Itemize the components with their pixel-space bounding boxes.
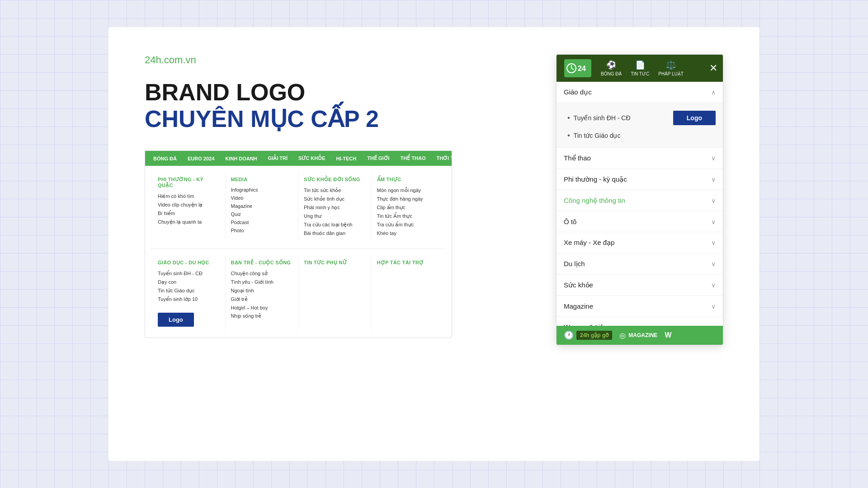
- mobile-item-dulich-label: Du lịch: [564, 260, 585, 268]
- footer-magazine[interactable]: ◎ MAGAZINE: [619, 331, 657, 340]
- link-tintucgd[interactable]: Tin tức Giáo dục: [158, 286, 220, 295]
- close-button[interactable]: ✕: [709, 62, 717, 74]
- chevron-down-icon6: ∨: [711, 260, 716, 267]
- mobile-header: 24 ⚽ BÓNG ĐÁ 📄 TIN TỨC ⚖️ PHÁP LUẬT ✕: [557, 55, 723, 82]
- link-quiz[interactable]: Quiz: [231, 210, 293, 218]
- mobile-item-oto[interactable]: Ô tô ∨: [557, 211, 723, 232]
- nav-giairi[interactable]: GIẢI TRÍ: [263, 151, 293, 166]
- link-chuyencongso[interactable]: Chuyện công sở: [231, 269, 293, 278]
- chevron-down-icon4: ∨: [711, 218, 716, 225]
- link-infographics[interactable]: Infographics: [231, 186, 293, 194]
- link-monngon[interactable]: Món ngon mỗi ngày: [377, 186, 439, 195]
- mobile-item-xemay[interactable]: Xe máy - Xe đạp ∨: [557, 232, 723, 253]
- nav-bongda[interactable]: BÓNG ĐÁ: [148, 151, 182, 166]
- clock-icon: 🕐: [564, 330, 574, 340]
- main-container: 24h.com.vn BRAND LOGO CHUYÊN MỤC CẤP 2 B…: [108, 27, 760, 461]
- bullet-icon: •: [567, 114, 570, 122]
- link-baithuoc[interactable]: Bài thuốc dân gian: [304, 229, 366, 238]
- link-photo[interactable]: Photo: [231, 226, 293, 235]
- mobile-item-congnghe[interactable]: Công nghệ thông tin ∨: [557, 190, 723, 211]
- expanded-link-tintucgd-label: Tin tức Giáo dục: [574, 132, 621, 139]
- mobile-nav-bongda-label: BÓNG ĐÁ: [601, 71, 622, 76]
- mobile-nav-icons: ⚽ BÓNG ĐÁ 📄 TIN TỨC ⚖️ PHÁP LUẬT: [601, 60, 702, 76]
- link-tuyensinhDH[interactable]: Tuyển sinh ĐH - CĐ: [158, 269, 220, 278]
- nav-suckhoe[interactable]: SỨC KHỎE: [293, 151, 331, 166]
- link-clipat[interactable]: Clip ẩm thực: [377, 203, 439, 212]
- nav-hitech[interactable]: HI-TECH: [331, 151, 362, 166]
- mobile-footer: 🕐 24h gặp gỡ ◎ MAGAZINE W: [557, 326, 723, 345]
- footer-magazine-label: MAGAZINE: [628, 332, 657, 338]
- mobile-item-women[interactable]: Women & Life: [557, 317, 723, 326]
- footer-gapgo[interactable]: 🕐 24h gặp gỡ: [564, 330, 612, 340]
- mobile-item-suckhoe[interactable]: Sức khỏe ∨: [557, 275, 723, 296]
- chevron-up-icon: ∧: [711, 89, 716, 96]
- mobile-item-giaoduc[interactable]: Giáo dục ∧: [557, 82, 723, 103]
- link-magazine[interactable]: Magazine: [231, 202, 293, 210]
- mobile-menu: 24 ⚽ BÓNG ĐÁ 📄 TIN TỨC ⚖️ PHÁP LUẬT ✕: [556, 54, 723, 345]
- link-thucdon[interactable]: Thực đơn hàng ngày: [377, 195, 439, 203]
- link-tinhyeu[interactable]: Tình yêu - Giới tính: [231, 278, 293, 286]
- link-tracuuam[interactable]: Tra cứu ẩm thực: [377, 221, 439, 229]
- section-title-media: MEDIA: [231, 177, 293, 182]
- logo-btn-mobile[interactable]: Logo: [673, 111, 716, 125]
- mobile-item-magazine[interactable]: Magazine ∨: [557, 296, 723, 317]
- mobile-item-congnghe-label: Công nghệ thông tin: [564, 197, 625, 205]
- section-giaoduc: GIÁO DỤC - DU HỌC Tuyển sinh ĐH - CĐ Dạy…: [152, 256, 226, 330]
- footer-gapgo-label: 24h gặp gỡ: [576, 331, 612, 340]
- link-tuyensinhlop10[interactable]: Tuyển sinh lớp 10: [158, 295, 220, 304]
- link-bihiem[interactable]: Bí hiểm: [158, 209, 220, 218]
- link-hiem[interactable]: Hiếm có khó tìm: [158, 192, 220, 201]
- mobile-item-suckhoe-label: Sức khỏe: [564, 281, 593, 289]
- section-phithuong: PHI THƯỜNG - KỲ QUẶC Hiếm có khó tìm Vid…: [152, 173, 226, 241]
- chevron-down-icon3: ∨: [711, 197, 716, 204]
- footer-w[interactable]: W: [665, 331, 671, 339]
- section-phunu: TIN TỨC PHỤ NỮ: [298, 256, 372, 330]
- mobile-nav-tintuc[interactable]: 📄 TIN TỨC: [631, 60, 649, 76]
- mobile-nav-phapluat[interactable]: ⚖️ PHÁP LUẬT: [658, 60, 684, 76]
- link-video2[interactable]: Video: [231, 194, 293, 202]
- chevron-down-icon2: ∨: [711, 176, 716, 183]
- link-tintucam[interactable]: Tin tức Ẩm thực: [377, 212, 439, 221]
- nav-thegioi[interactable]: THẾ GIỚI: [362, 151, 395, 166]
- link-ungthư[interactable]: Ung thư: [304, 212, 366, 221]
- mobile-item-giaoduc-label: Giáo dục: [564, 88, 592, 96]
- mobile-item-thethao[interactable]: Thể thao ∨: [557, 148, 723, 169]
- link-tintucsk[interactable]: Tin tức sức khỏe: [304, 186, 366, 195]
- link-daycon[interactable]: Dạy con: [158, 278, 220, 286]
- nav-thoitrang[interactable]: THỜI TRANG: [431, 151, 452, 166]
- link-podcast[interactable]: Podcast: [231, 218, 293, 226]
- nav-bar: BÓNG ĐÁ EURO 2024 KINH DOANH GIẢI TRÍ SỨ…: [145, 151, 452, 166]
- mobile-menu-list: Giáo dục ∧ • Tuyển sinh ĐH - CĐ Logo • T…: [557, 82, 723, 326]
- chevron-down-icon5: ∨: [711, 239, 716, 246]
- mobile-item-phithuong-label: Phi thường - kỳ quặc: [564, 175, 627, 183]
- news-icon: 📄: [635, 60, 645, 70]
- section-suckhoe: SỨC KHỎE ĐỜI SỐNG Tin tức sức khỏe Sức k…: [298, 173, 372, 241]
- mobile-item-magazine-label: Magazine: [564, 302, 593, 310]
- link-kheotay[interactable]: Khéo tay: [377, 229, 439, 237]
- link-video[interactable]: Video clip chuyện lạ: [158, 201, 220, 209]
- nav-thethao[interactable]: THỂ THAO: [395, 151, 431, 166]
- nav-euro[interactable]: EURO 2024: [182, 151, 220, 166]
- link-nhipsong[interactable]: Nhịp sống trẻ: [231, 312, 293, 320]
- mobile-item-phithuong[interactable]: Phi thường - kỳ quặc ∨: [557, 169, 723, 190]
- law-icon: ⚖️: [666, 60, 676, 70]
- mobile-nav-bongda[interactable]: ⚽ BÓNG ĐÁ: [601, 60, 622, 76]
- link-chuyenla[interactable]: Chuyện lạ quanh ta: [158, 218, 220, 226]
- section-bantre: BẠN TRẺ - CUỘC SỐNG Chuyện công sở Tình …: [226, 256, 299, 330]
- link-gioistre[interactable]: Giới trẻ: [231, 295, 293, 304]
- desktop-menu: BÓNG ĐÁ EURO 2024 KINH DOANH GIẢI TRÍ SỨ…: [145, 150, 452, 338]
- expanded-link-tintucgd[interactable]: • Tin tức Giáo dục: [567, 128, 716, 143]
- link-hotgirl[interactable]: Hotgirl – Hot boy: [231, 304, 293, 312]
- link-phathminh[interactable]: Phát minh y học: [304, 203, 366, 212]
- footer-w-label: W: [665, 331, 671, 339]
- mobile-item-dulich[interactable]: Du lịch ∨: [557, 253, 723, 275]
- chevron-down-icon: ∨: [711, 155, 716, 162]
- link-tracuu[interactable]: Tra cứu các loại bệnh: [304, 221, 366, 229]
- link-sktinhd[interactable]: Sức khỏe tinh dục: [304, 195, 366, 203]
- expanded-link-tuyensinh[interactable]: • Tuyển sinh ĐH - CĐ Logo: [567, 108, 716, 128]
- link-ngoaitinh[interactable]: Ngoại tình: [231, 286, 293, 295]
- logo-btn-desktop[interactable]: Logo: [158, 313, 194, 327]
- mobile-item-thethao-label: Thể thao: [564, 154, 591, 162]
- nav-kinhdoanh[interactable]: KINH DOANH: [220, 151, 262, 166]
- mobile-item-women-label: Women & Life: [564, 323, 606, 326]
